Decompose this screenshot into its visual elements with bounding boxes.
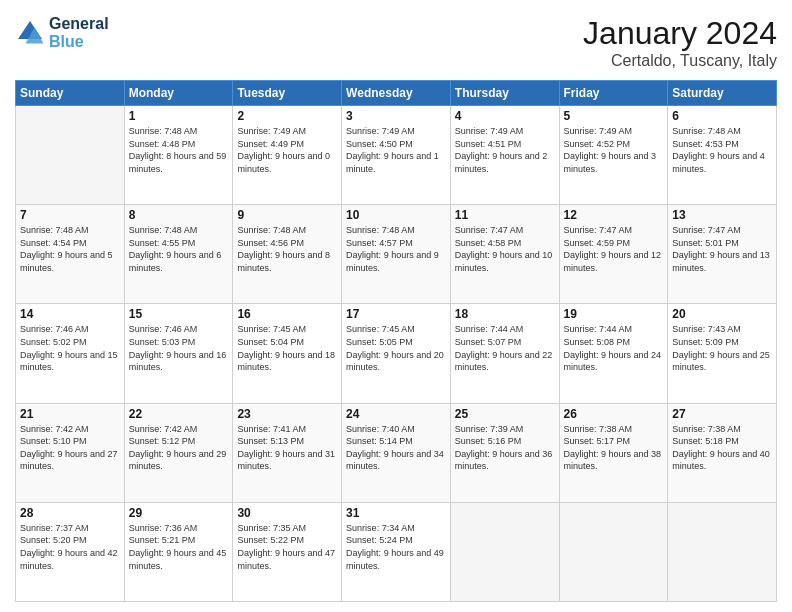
title-block: January 2024 Certaldo, Tuscany, Italy	[583, 15, 777, 70]
day-info: Sunrise: 7:49 AM Sunset: 4:52 PM Dayligh…	[564, 125, 664, 175]
day-info: Sunrise: 7:47 AM Sunset: 5:01 PM Dayligh…	[672, 224, 772, 274]
calendar-cell: 10Sunrise: 7:48 AM Sunset: 4:57 PM Dayli…	[342, 205, 451, 304]
day-info: Sunrise: 7:45 AM Sunset: 5:05 PM Dayligh…	[346, 323, 446, 373]
calendar-cell: 5Sunrise: 7:49 AM Sunset: 4:52 PM Daylig…	[559, 106, 668, 205]
calendar-cell: 18Sunrise: 7:44 AM Sunset: 5:07 PM Dayli…	[450, 304, 559, 403]
day-number: 2	[237, 109, 337, 123]
day-info: Sunrise: 7:48 AM Sunset: 4:54 PM Dayligh…	[20, 224, 120, 274]
calendar-cell: 7Sunrise: 7:48 AM Sunset: 4:54 PM Daylig…	[16, 205, 125, 304]
day-info: Sunrise: 7:37 AM Sunset: 5:20 PM Dayligh…	[20, 522, 120, 572]
day-number: 28	[20, 506, 120, 520]
calendar-header-row: SundayMondayTuesdayWednesdayThursdayFrid…	[16, 81, 777, 106]
day-number: 16	[237, 307, 337, 321]
calendar-cell: 21Sunrise: 7:42 AM Sunset: 5:10 PM Dayli…	[16, 403, 125, 502]
calendar-cell: 22Sunrise: 7:42 AM Sunset: 5:12 PM Dayli…	[124, 403, 233, 502]
day-info: Sunrise: 7:48 AM Sunset: 4:48 PM Dayligh…	[129, 125, 229, 175]
calendar-cell: 25Sunrise: 7:39 AM Sunset: 5:16 PM Dayli…	[450, 403, 559, 502]
calendar-cell: 20Sunrise: 7:43 AM Sunset: 5:09 PM Dayli…	[668, 304, 777, 403]
calendar-cell: 31Sunrise: 7:34 AM Sunset: 5:24 PM Dayli…	[342, 502, 451, 601]
day-number: 23	[237, 407, 337, 421]
day-info: Sunrise: 7:47 AM Sunset: 4:59 PM Dayligh…	[564, 224, 664, 274]
logo: General Blue	[15, 15, 109, 51]
day-number: 17	[346, 307, 446, 321]
logo-icon	[15, 18, 45, 48]
day-number: 20	[672, 307, 772, 321]
day-info: Sunrise: 7:45 AM Sunset: 5:04 PM Dayligh…	[237, 323, 337, 373]
day-info: Sunrise: 7:49 AM Sunset: 4:51 PM Dayligh…	[455, 125, 555, 175]
day-info: Sunrise: 7:47 AM Sunset: 4:58 PM Dayligh…	[455, 224, 555, 274]
calendar-cell	[16, 106, 125, 205]
day-number: 8	[129, 208, 229, 222]
page: General Blue January 2024 Certaldo, Tusc…	[0, 0, 792, 612]
calendar-cell: 16Sunrise: 7:45 AM Sunset: 5:04 PM Dayli…	[233, 304, 342, 403]
day-number: 15	[129, 307, 229, 321]
calendar-cell	[668, 502, 777, 601]
day-header-friday: Friday	[559, 81, 668, 106]
calendar-cell: 4Sunrise: 7:49 AM Sunset: 4:51 PM Daylig…	[450, 106, 559, 205]
day-info: Sunrise: 7:44 AM Sunset: 5:08 PM Dayligh…	[564, 323, 664, 373]
calendar-cell: 3Sunrise: 7:49 AM Sunset: 4:50 PM Daylig…	[342, 106, 451, 205]
day-header-thursday: Thursday	[450, 81, 559, 106]
day-info: Sunrise: 7:46 AM Sunset: 5:02 PM Dayligh…	[20, 323, 120, 373]
day-number: 13	[672, 208, 772, 222]
day-info: Sunrise: 7:42 AM Sunset: 5:10 PM Dayligh…	[20, 423, 120, 473]
calendar-cell: 1Sunrise: 7:48 AM Sunset: 4:48 PM Daylig…	[124, 106, 233, 205]
day-header-monday: Monday	[124, 81, 233, 106]
day-header-wednesday: Wednesday	[342, 81, 451, 106]
day-number: 18	[455, 307, 555, 321]
day-number: 26	[564, 407, 664, 421]
day-info: Sunrise: 7:40 AM Sunset: 5:14 PM Dayligh…	[346, 423, 446, 473]
calendar-cell: 27Sunrise: 7:38 AM Sunset: 5:18 PM Dayli…	[668, 403, 777, 502]
day-number: 5	[564, 109, 664, 123]
day-number: 31	[346, 506, 446, 520]
day-info: Sunrise: 7:49 AM Sunset: 4:49 PM Dayligh…	[237, 125, 337, 175]
day-number: 25	[455, 407, 555, 421]
calendar-table: SundayMondayTuesdayWednesdayThursdayFrid…	[15, 80, 777, 602]
day-info: Sunrise: 7:38 AM Sunset: 5:18 PM Dayligh…	[672, 423, 772, 473]
calendar-cell: 9Sunrise: 7:48 AM Sunset: 4:56 PM Daylig…	[233, 205, 342, 304]
day-info: Sunrise: 7:46 AM Sunset: 5:03 PM Dayligh…	[129, 323, 229, 373]
day-number: 6	[672, 109, 772, 123]
day-number: 24	[346, 407, 446, 421]
calendar-cell: 6Sunrise: 7:48 AM Sunset: 4:53 PM Daylig…	[668, 106, 777, 205]
subtitle: Certaldo, Tuscany, Italy	[583, 52, 777, 70]
day-header-tuesday: Tuesday	[233, 81, 342, 106]
calendar-cell: 19Sunrise: 7:44 AM Sunset: 5:08 PM Dayli…	[559, 304, 668, 403]
day-info: Sunrise: 7:48 AM Sunset: 4:55 PM Dayligh…	[129, 224, 229, 274]
day-info: Sunrise: 7:48 AM Sunset: 4:56 PM Dayligh…	[237, 224, 337, 274]
day-number: 21	[20, 407, 120, 421]
day-number: 3	[346, 109, 446, 123]
calendar-cell: 15Sunrise: 7:46 AM Sunset: 5:03 PM Dayli…	[124, 304, 233, 403]
calendar-cell: 12Sunrise: 7:47 AM Sunset: 4:59 PM Dayli…	[559, 205, 668, 304]
calendar-cell: 13Sunrise: 7:47 AM Sunset: 5:01 PM Dayli…	[668, 205, 777, 304]
day-info: Sunrise: 7:34 AM Sunset: 5:24 PM Dayligh…	[346, 522, 446, 572]
calendar-cell: 14Sunrise: 7:46 AM Sunset: 5:02 PM Dayli…	[16, 304, 125, 403]
day-number: 4	[455, 109, 555, 123]
day-info: Sunrise: 7:41 AM Sunset: 5:13 PM Dayligh…	[237, 423, 337, 473]
logo-text: General Blue	[49, 15, 109, 51]
day-header-sunday: Sunday	[16, 81, 125, 106]
day-info: Sunrise: 7:49 AM Sunset: 4:50 PM Dayligh…	[346, 125, 446, 175]
day-header-saturday: Saturday	[668, 81, 777, 106]
calendar-cell	[559, 502, 668, 601]
main-title: January 2024	[583, 15, 777, 52]
day-info: Sunrise: 7:39 AM Sunset: 5:16 PM Dayligh…	[455, 423, 555, 473]
day-info: Sunrise: 7:48 AM Sunset: 4:53 PM Dayligh…	[672, 125, 772, 175]
day-number: 29	[129, 506, 229, 520]
calendar-cell: 28Sunrise: 7:37 AM Sunset: 5:20 PM Dayli…	[16, 502, 125, 601]
calendar-cell: 24Sunrise: 7:40 AM Sunset: 5:14 PM Dayli…	[342, 403, 451, 502]
day-number: 12	[564, 208, 664, 222]
day-info: Sunrise: 7:38 AM Sunset: 5:17 PM Dayligh…	[564, 423, 664, 473]
calendar-cell: 26Sunrise: 7:38 AM Sunset: 5:17 PM Dayli…	[559, 403, 668, 502]
calendar-cell: 17Sunrise: 7:45 AM Sunset: 5:05 PM Dayli…	[342, 304, 451, 403]
day-info: Sunrise: 7:44 AM Sunset: 5:07 PM Dayligh…	[455, 323, 555, 373]
calendar-cell: 2Sunrise: 7:49 AM Sunset: 4:49 PM Daylig…	[233, 106, 342, 205]
day-number: 30	[237, 506, 337, 520]
day-number: 14	[20, 307, 120, 321]
calendar-cell: 29Sunrise: 7:36 AM Sunset: 5:21 PM Dayli…	[124, 502, 233, 601]
day-number: 27	[672, 407, 772, 421]
calendar-cell: 8Sunrise: 7:48 AM Sunset: 4:55 PM Daylig…	[124, 205, 233, 304]
calendar-cell: 11Sunrise: 7:47 AM Sunset: 4:58 PM Dayli…	[450, 205, 559, 304]
day-number: 7	[20, 208, 120, 222]
day-info: Sunrise: 7:35 AM Sunset: 5:22 PM Dayligh…	[237, 522, 337, 572]
